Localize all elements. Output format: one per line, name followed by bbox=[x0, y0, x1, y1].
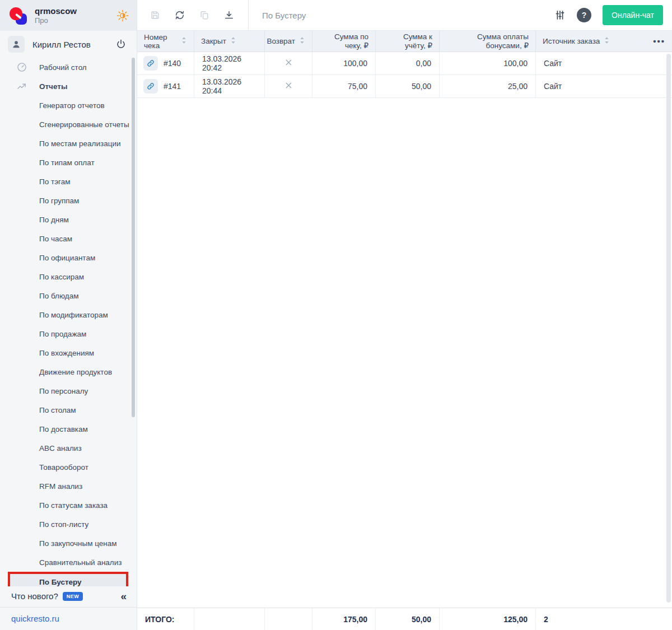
sidebar-item[interactable]: Движение продуктов bbox=[0, 362, 137, 381]
cell-sum-check: 100,00 bbox=[312, 52, 376, 74]
sidebar-item[interactable]: По продажам bbox=[0, 324, 137, 343]
sidebar-item[interactable]: По доставкам bbox=[0, 419, 137, 438]
brand-plan: Про bbox=[35, 16, 110, 25]
cell-return bbox=[265, 75, 312, 97]
more-columns-icon[interactable]: ••• bbox=[653, 36, 665, 46]
online-chat-button[interactable]: Онлайн-чат bbox=[603, 5, 663, 25]
sidebar-item[interactable]: По статусам заказа bbox=[0, 496, 137, 515]
sidebar-item[interactable]: По персоналу bbox=[0, 381, 137, 400]
sidebar-item[interactable]: По тэгам bbox=[0, 172, 137, 191]
save-icon[interactable] bbox=[150, 10, 161, 21]
download-icon[interactable] bbox=[223, 10, 235, 21]
copy-icon[interactable] bbox=[199, 10, 210, 21]
column-header[interactable]: Возврат bbox=[265, 31, 312, 52]
sort-icon[interactable] bbox=[604, 36, 610, 46]
table-row: #14113.03.2026 20:4475,0050,0025,00Сайт bbox=[137, 75, 672, 98]
footer-sum-bonus: 125,00 bbox=[440, 608, 536, 630]
filters-sliders-icon[interactable] bbox=[554, 10, 566, 21]
footer-return-cell bbox=[265, 608, 312, 630]
brand-block: qrmoscow Про bbox=[35, 6, 110, 25]
footer-order-count: 2 bbox=[536, 608, 672, 630]
footer-sum-check: 175,00 bbox=[312, 608, 376, 630]
cell-sum-account: 50,00 bbox=[376, 75, 440, 97]
cross-icon bbox=[284, 58, 293, 69]
cell-sum-check: 75,00 bbox=[312, 75, 376, 97]
footer-total-label: ИТОГО: bbox=[137, 608, 194, 630]
quickresto-site-link[interactable]: quickresto.ru bbox=[11, 614, 59, 623]
sidebar-item[interactable]: По модификаторам bbox=[0, 305, 137, 324]
sidebar-item[interactable]: По местам реализации bbox=[0, 134, 137, 153]
sidebar-item[interactable]: Сравнительный анализ bbox=[0, 553, 137, 572]
column-header[interactable]: Источник заказа••• bbox=[536, 31, 672, 52]
table-header: Номер чекаЗакрытВозвратСумма по чеку, ₽С… bbox=[137, 31, 672, 52]
sidebar-item[interactable]: RFM анализ bbox=[0, 477, 137, 496]
sidebar-item[interactable]: По типам оплат bbox=[0, 153, 137, 172]
quickresto-logo-icon bbox=[8, 6, 28, 26]
sort-icon[interactable] bbox=[181, 36, 187, 46]
sidebar-item[interactable]: По столам bbox=[0, 400, 137, 419]
cell-sum-bonus: 100,00 bbox=[440, 52, 536, 74]
report-title: По Бустеру bbox=[262, 11, 306, 20]
table-row: #14013.03.2026 20:42100,000,00100,00Сайт bbox=[137, 52, 672, 75]
cell-order-source: Сайт bbox=[536, 75, 672, 97]
table-footer: ИТОГО: 175,00 50,00 125,00 2 bbox=[137, 608, 672, 630]
sidebar-item[interactable]: По вхождениям bbox=[0, 343, 137, 362]
column-header[interactable]: Номер чека bbox=[137, 31, 194, 52]
sidebar: qrmoscow Про bbox=[0, 0, 137, 630]
sidebar-footer: Что нового? NEW « quickresto.ru bbox=[0, 586, 137, 630]
open-receipt-link-icon[interactable] bbox=[143, 56, 158, 71]
new-badge: NEW bbox=[63, 592, 83, 601]
sidebar-item[interactable]: ABC анализ bbox=[0, 438, 137, 458]
sidebar-item[interactable]: Сгенерированные отчеты bbox=[0, 115, 137, 134]
user-avatar-icon bbox=[8, 36, 25, 53]
sidebar-item[interactable]: По группам bbox=[0, 191, 137, 210]
sidebar-item-selected[interactable]: По Бустеру bbox=[8, 572, 128, 586]
logout-power-icon[interactable] bbox=[114, 38, 128, 51]
column-header: Сумма к учёту, ₽ bbox=[376, 31, 440, 52]
sidebar-item[interactable]: По кассирам bbox=[0, 267, 137, 286]
sidebar-item[interactable]: По закупочным ценам bbox=[0, 534, 137, 553]
help-icon[interactable]: ? bbox=[577, 8, 591, 22]
sidebar-scrollbar[interactable] bbox=[132, 58, 135, 417]
cell-sum-bonus: 25,00 bbox=[440, 75, 536, 97]
column-header: Сумма оплаты бонусами, ₽ bbox=[440, 31, 536, 52]
dashboard-icon bbox=[16, 61, 28, 73]
sidebar-item[interactable]: По часам bbox=[0, 229, 137, 248]
sidebar-item[interactable]: Рабочий стол bbox=[0, 58, 137, 77]
sidebar-item[interactable]: Товарооборот bbox=[0, 458, 137, 477]
reports-icon bbox=[16, 80, 28, 92]
column-header[interactable]: Закрыт bbox=[194, 31, 265, 52]
open-receipt-link-icon[interactable] bbox=[143, 79, 158, 94]
cell-return bbox=[265, 52, 312, 74]
divider bbox=[248, 0, 249, 31]
cell-order-source: Сайт bbox=[536, 52, 672, 74]
sidebar-item[interactable]: Отчеты bbox=[0, 77, 137, 96]
sidebar-item[interactable]: По официантам bbox=[0, 248, 137, 267]
user-name: Кирилл Рестов bbox=[32, 40, 106, 49]
collapse-sidebar-icon[interactable]: « bbox=[120, 591, 127, 601]
sidebar-item[interactable]: По дням bbox=[0, 210, 137, 229]
sidebar-item[interactable]: По блюдам bbox=[0, 286, 137, 305]
app-window: qrmoscow Про bbox=[0, 0, 672, 630]
cell-closed-at: 13.03.2026 20:44 bbox=[194, 75, 265, 97]
sidebar-item[interactable]: По стоп-листу bbox=[0, 515, 137, 534]
brand-name: qrmoscow bbox=[35, 6, 110, 16]
footer-sum-account: 50,00 bbox=[376, 608, 440, 630]
whats-new-link[interactable]: Что нового? bbox=[11, 591, 58, 601]
sidebar-nav: Рабочий столОтчетыГенератор отчетовСгене… bbox=[0, 58, 137, 586]
cell-closed-at: 13.03.2026 20:42 bbox=[194, 52, 265, 74]
sidebar-item[interactable]: Генератор отчетов bbox=[0, 96, 137, 115]
cell-sum-account: 0,00 bbox=[376, 52, 440, 74]
sort-icon[interactable] bbox=[230, 36, 236, 46]
sort-icon[interactable] bbox=[299, 36, 305, 46]
brightness-sun-icon[interactable] bbox=[116, 10, 129, 22]
cell-receipt-number: #141 bbox=[137, 75, 194, 97]
topbar: По Бустеру ? Онлайн-чат bbox=[137, 0, 672, 31]
main-scrollbar[interactable] bbox=[666, 54, 671, 603]
footer-closed-cell bbox=[194, 608, 265, 630]
table-body: #14013.03.2026 20:42100,000,00100,00Сайт… bbox=[137, 52, 672, 98]
refresh-icon[interactable] bbox=[174, 10, 185, 21]
column-header: Сумма по чеку, ₽ bbox=[312, 31, 376, 52]
sidebar-header: qrmoscow Про bbox=[0, 0, 137, 31]
cross-icon bbox=[284, 81, 293, 92]
